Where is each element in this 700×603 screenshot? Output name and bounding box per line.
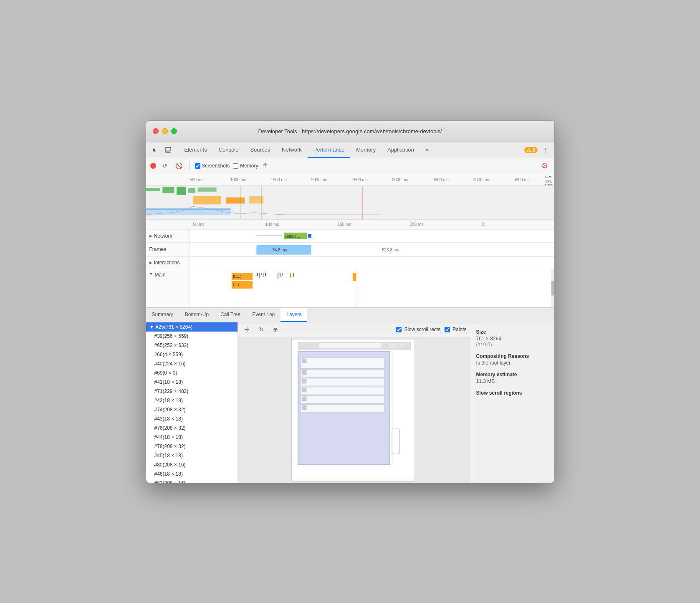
- layer-item-44[interactable]: #44(18 × 18): [146, 433, 238, 442]
- reload-record-button[interactable]: ↺: [159, 160, 170, 171]
- layer-arrow-25: ▼: [149, 324, 156, 330]
- timeline-area: 500 ms 1000 ms 1500 ms 2000 ms 2500 ms 3…: [146, 174, 554, 220]
- tab-event-log[interactable]: Event Log: [246, 308, 281, 322]
- zoom-tool-button[interactable]: ⊕: [270, 324, 281, 334]
- layer-item-39[interactable]: #39(256 × 559): [146, 332, 238, 341]
- dock-icon[interactable]: [163, 144, 174, 155]
- ruler-labels: 500 ms 1000 ms 1500 ms 2000 ms 2500 ms 3…: [146, 177, 554, 182]
- network-arrow[interactable]: ▶: [149, 234, 152, 238]
- tab-summary[interactable]: Summary: [146, 308, 179, 322]
- layer-item-45[interactable]: #45(18 × 18): [146, 451, 238, 460]
- memory-checkbox[interactable]: [233, 163, 238, 169]
- title-bar: Developer Tools - https://developers.goo…: [146, 121, 554, 142]
- layer-item-76[interactable]: #76(208 × 32): [146, 423, 238, 433]
- svg-rect-37: [357, 269, 357, 307]
- svg-rect-26: [257, 273, 258, 276]
- layer-item-46[interactable]: #46(18 × 18): [146, 469, 238, 479]
- interactions-content[interactable]: [190, 257, 554, 269]
- layer-item-41[interactable]: #41(18 × 18): [146, 378, 238, 387]
- svg-rect-47: [302, 370, 306, 375]
- slow-scroll-checkbox[interactable]: [396, 327, 402, 332]
- layer-item-40[interactable]: #40(224 × 16): [146, 359, 238, 368]
- layers-panel: ▼ #25(761 × 8264) #39(256 × 559) #65(252…: [146, 322, 554, 483]
- rotate-tool-button[interactable]: ↻: [256, 324, 266, 334]
- tab-bottom-up[interactable]: Bottom-Up: [179, 308, 215, 322]
- svg-rect-50: [301, 387, 384, 395]
- memory-checkbox-label[interactable]: Memory: [233, 163, 258, 169]
- layer-item-82[interactable]: #82(208 × 16): [146, 479, 238, 483]
- warning-badge: ⚠ 2: [524, 147, 537, 153]
- performance-toolbar: ↺ 🚫 Screenshots Memory 🗑 ⚙: [146, 158, 554, 174]
- close-button[interactable]: [153, 128, 159, 134]
- clear-button[interactable]: 🚫: [174, 160, 184, 171]
- timeline-overview[interactable]: [146, 186, 554, 219]
- svg-rect-41: [388, 343, 396, 348]
- svg-rect-57: [392, 352, 392, 464]
- cursor-icon[interactable]: [149, 144, 160, 155]
- layers-canvas[interactable]: [238, 337, 471, 483]
- layer-item-80[interactable]: #80(208 × 16): [146, 460, 238, 469]
- layer-item-65[interactable]: #65(252 × 632): [146, 341, 238, 350]
- svg-rect-36: [353, 273, 356, 281]
- network-label: ▶ Network: [146, 230, 190, 242]
- paints-label[interactable]: Paints: [445, 327, 466, 332]
- pan-tool-button[interactable]: ✛: [242, 324, 252, 334]
- layer-item-43[interactable]: #43(18 × 18): [146, 414, 238, 423]
- network-track-content[interactable]: collect ...: [190, 230, 554, 242]
- tab-elements[interactable]: Elements: [179, 142, 213, 158]
- layer-item-66[interactable]: #66(4 × 559): [146, 350, 238, 359]
- svg-rect-48: [301, 378, 384, 386]
- layer-item-42[interactable]: #42(18 × 18): [146, 396, 238, 405]
- svg-rect-33: [282, 273, 283, 276]
- svg-rect-14: [261, 186, 261, 219]
- tracks-container: 50 ms 100 ms 150 ms 200 ms 2! ▶ Network …: [146, 220, 554, 307]
- svg-rect-3: [162, 187, 174, 193]
- tab-performance[interactable]: Performance: [308, 142, 350, 158]
- tab-memory[interactable]: Memory: [350, 142, 382, 158]
- svg-rect-46: [301, 370, 384, 377]
- layer-item-74[interactable]: #74(208 × 32): [146, 405, 238, 414]
- toolbar-icons-left: [149, 142, 174, 158]
- layer-item-78[interactable]: #78(208 × 32): [146, 442, 238, 451]
- screenshots-checkbox-label[interactable]: Screenshots: [195, 163, 230, 169]
- slow-scroll-label: Slow scroll regions: [476, 390, 549, 396]
- minimize-button[interactable]: [162, 128, 168, 134]
- layer-item-69[interactable]: #69(0 × 0): [146, 368, 238, 378]
- interactions-arrow[interactable]: ▶: [149, 261, 152, 265]
- layer-item-25[interactable]: ▼ #25(761 × 8264): [146, 322, 238, 332]
- compositing-label: Compositing Reasons: [476, 353, 549, 359]
- svg-text:F...I: F...I: [233, 283, 239, 287]
- ruler-200ms: 200 ms: [410, 222, 482, 227]
- more-options-icon[interactable]: ⋮: [540, 144, 551, 155]
- tab-sources[interactable]: Sources: [244, 142, 276, 158]
- ruler-100ms: 100 ms: [265, 222, 338, 227]
- record-button[interactable]: [150, 163, 156, 169]
- layers-tree[interactable]: ▼ #25(761 × 8264) #39(256 × 559) #65(252…: [146, 322, 238, 483]
- tab-call-tree[interactable]: Call Tree: [215, 308, 246, 322]
- layers-viewport: ✛ ↻ ⊕ Slow scroll rects Paints: [238, 322, 471, 483]
- tab-network[interactable]: Network: [276, 142, 308, 158]
- svg-rect-56: [392, 429, 399, 454]
- trash-icon[interactable]: 🗑: [263, 162, 268, 169]
- layer-item-71[interactable]: #71(229 × 482): [146, 387, 238, 396]
- maximize-button[interactable]: [171, 128, 177, 134]
- size-info: Size 761 × 8264 (at 0,0): [476, 329, 549, 347]
- toolbar-right: ⚠ 2 ⋮: [524, 142, 551, 158]
- main-arrow[interactable]: ▼: [149, 272, 153, 276]
- tab-more[interactable]: »: [420, 142, 435, 158]
- svg-rect-27: [259, 273, 260, 278]
- main-track-content[interactable]: Ev...) F...I: [190, 269, 551, 307]
- tab-layers[interactable]: Layers: [281, 308, 307, 322]
- main-label: ▼ Main: [146, 269, 190, 307]
- svg-rect-12: [362, 186, 362, 219]
- settings-icon[interactable]: ⚙: [539, 160, 550, 171]
- slow-scroll-label[interactable]: Slow scroll rects: [396, 327, 440, 332]
- tab-application[interactable]: Application: [382, 142, 420, 158]
- frames-track-content[interactable]: 34.8 ms 523.8 ms: [190, 243, 554, 256]
- svg-rect-6: [197, 187, 216, 191]
- ruler-150ms: 150 ms: [338, 222, 410, 227]
- screenshots-checkbox[interactable]: [195, 163, 200, 169]
- tab-console[interactable]: Console: [213, 142, 245, 158]
- frames-label: Frames: [146, 243, 190, 256]
- paints-checkbox[interactable]: [445, 327, 450, 332]
